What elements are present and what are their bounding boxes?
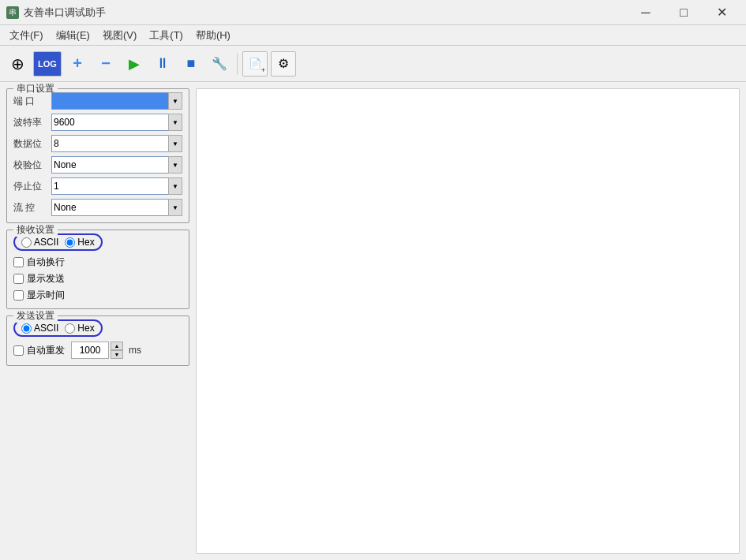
parity-select[interactable]: None Even Odd	[51, 156, 182, 174]
databits-label: 数据位	[13, 137, 48, 151]
baudrate-row: 波特率 9600 115200 38400 ▼	[13, 114, 182, 131]
auto-resend-row: 自动重发 ▲ ▼ ms	[13, 342, 182, 359]
toolbar: ⊕ LOG + − ▶ ⏸ ■ 🔧 📄+ ⚙	[0, 46, 746, 82]
receive-ascii-radio[interactable]	[21, 237, 32, 248]
auto-resend-checkbox[interactable]	[13, 345, 24, 356]
send-hex-label[interactable]: Hex	[65, 323, 94, 334]
send-ascii-radio[interactable]	[21, 323, 32, 334]
port-select-wrapper: COM1 COM2 ▼	[51, 92, 182, 110]
stopbits-select-wrapper: 1 1.5 2 ▼	[51, 177, 182, 195]
receive-hex-label[interactable]: Hex	[65, 237, 94, 248]
interval-input[interactable]	[71, 342, 109, 359]
databits-select[interactable]: 8 7 6 5	[51, 135, 182, 152]
baudrate-label: 波特率	[13, 116, 48, 129]
add-button[interactable]: +	[65, 51, 90, 77]
parity-select-wrapper: None Even Odd ▼	[51, 156, 182, 174]
title-controls: ─ □ ✕	[628, 1, 740, 24]
receive-hex-radio[interactable]	[65, 237, 75, 248]
send-ascii-text: ASCII	[34, 323, 58, 334]
spin-up[interactable]: ▲	[111, 342, 123, 350]
receive-hex-text: Hex	[77, 237, 94, 248]
stopbits-select[interactable]: 1 1.5 2	[51, 177, 182, 195]
port-label: 端 口	[13, 95, 48, 108]
wrench-button[interactable]: 🔧	[207, 51, 232, 77]
baudrate-select[interactable]: 9600 115200 38400	[51, 114, 182, 131]
receive-settings-group: 接收设置 ASCII Hex 自动换行	[6, 230, 189, 309]
show-send-checkbox[interactable]	[13, 274, 24, 284]
port-select[interactable]: COM1 COM2	[51, 92, 182, 110]
receive-ascii-text: ASCII	[34, 237, 58, 248]
flow-select-wrapper: None RTS/CTS XON/XOFF ▼	[51, 199, 182, 216]
stop-button[interactable]: ■	[178, 51, 204, 77]
receive-ascii-label[interactable]: ASCII	[21, 237, 58, 248]
databits-row: 数据位 8 7 6 5 ▼	[13, 135, 182, 152]
close-button[interactable]: ✕	[703, 1, 740, 24]
pause-button[interactable]: ⏸	[150, 51, 175, 77]
minimize-button[interactable]: ─	[628, 1, 664, 24]
send-hex-text: Hex	[77, 323, 94, 334]
parity-label: 校验位	[13, 159, 48, 172]
auto-newline-label: 自动换行	[27, 256, 65, 269]
parity-row: 校验位 None Even Odd ▼	[13, 156, 182, 174]
title-bar: 串 友善串口调试助手 ─ □ ✕	[0, 0, 746, 25]
flow-label: 流 控	[13, 201, 48, 215]
send-hex-radio[interactable]	[65, 323, 75, 334]
minus-button[interactable]: −	[93, 51, 118, 77]
interval-spin: ▲ ▼	[71, 342, 123, 359]
show-time-label: 显示时间	[27, 289, 65, 302]
page-add-button[interactable]: 📄+	[242, 51, 268, 77]
output-area	[196, 88, 740, 554]
main-layout: 串口设置 端 口 COM1 COM2 ▼ 波特率 960	[0, 82, 746, 560]
show-send-label: 显示发送	[27, 272, 65, 286]
ms-label: ms	[129, 345, 141, 356]
menu-help[interactable]: 帮助(H)	[189, 27, 237, 44]
toolbar-separator	[237, 53, 238, 75]
menu-bar: 文件(F) 编辑(E) 视图(V) 工具(T) 帮助(H)	[0, 25, 746, 46]
show-send-row: 显示发送	[13, 272, 182, 286]
menu-file[interactable]: 文件(F)	[3, 27, 50, 44]
play-button[interactable]: ▶	[122, 51, 147, 77]
app-title: 友善串口调试助手	[24, 6, 106, 20]
left-panel: 串口设置 端 口 COM1 COM2 ▼ 波特率 960	[0, 82, 196, 560]
flow-row: 流 控 None RTS/CTS XON/XOFF ▼	[13, 199, 182, 216]
send-settings-title: 发送设置	[13, 309, 58, 323]
maximize-button[interactable]: □	[665, 1, 702, 24]
databits-select-wrapper: 8 7 6 5 ▼	[51, 135, 182, 152]
baudrate-select-wrapper: 9600 115200 38400 ▼	[51, 114, 182, 131]
settings-button[interactable]: ⚙	[271, 51, 296, 77]
menu-edit[interactable]: 编辑(E)	[50, 27, 96, 44]
menu-view[interactable]: 视图(V)	[96, 27, 143, 44]
log-button[interactable]: LOG	[33, 51, 62, 77]
menu-tools[interactable]: 工具(T)	[143, 27, 189, 44]
show-time-checkbox[interactable]	[13, 290, 24, 301]
app-icon: 串	[6, 6, 19, 19]
send-ascii-label[interactable]: ASCII	[21, 323, 58, 334]
auto-newline-checkbox[interactable]	[13, 257, 24, 267]
receive-settings-title: 接收设置	[13, 223, 58, 237]
send-settings-group: 发送设置 ASCII Hex 自动重发	[6, 315, 189, 366]
auto-newline-row: 自动换行	[13, 256, 182, 269]
spin-arrows: ▲ ▼	[111, 342, 123, 359]
show-time-row: 显示时间	[13, 289, 182, 302]
serial-settings-group: 串口设置 端 口 COM1 COM2 ▼ 波特率 960	[6, 88, 189, 223]
stopbits-label: 停止位	[13, 180, 48, 193]
flow-select[interactable]: None RTS/CTS XON/XOFF	[51, 199, 182, 216]
circle-plus-button[interactable]: ⊕	[5, 51, 30, 77]
title-bar-left: 串 友善串口调试助手	[6, 6, 106, 20]
auto-resend-label: 自动重发	[27, 344, 65, 357]
spin-down[interactable]: ▼	[111, 350, 123, 359]
stopbits-row: 停止位 1 1.5 2 ▼	[13, 177, 182, 195]
